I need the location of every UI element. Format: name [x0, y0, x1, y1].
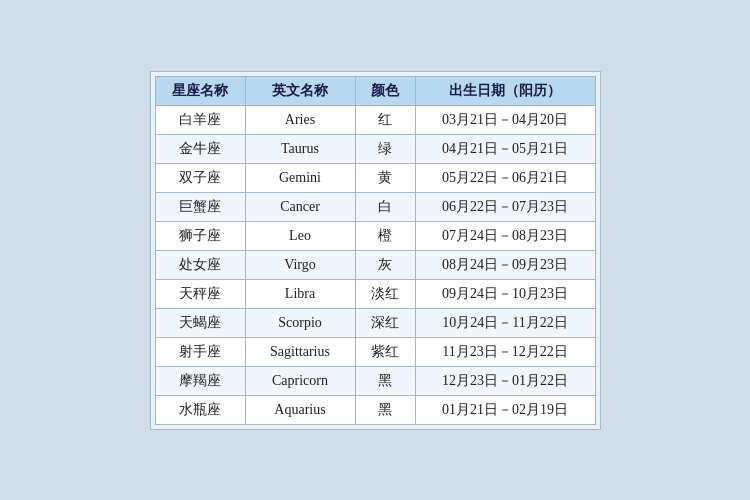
cell-color: 淡红: [355, 279, 415, 308]
table-row: 巨蟹座Cancer白06月22日－07月23日: [155, 192, 595, 221]
header-color: 颜色: [355, 76, 415, 105]
cell-date: 07月24日－08月23日: [415, 221, 595, 250]
table-row: 狮子座Leo橙07月24日－08月23日: [155, 221, 595, 250]
cell-chinese: 双子座: [155, 163, 245, 192]
table-row: 双子座Gemini黄05月22日－06月21日: [155, 163, 595, 192]
cell-english: Capricorn: [245, 366, 355, 395]
cell-color: 黑: [355, 366, 415, 395]
cell-color: 紫红: [355, 337, 415, 366]
cell-chinese: 天秤座: [155, 279, 245, 308]
table-row: 白羊座Aries红03月21日－04月20日: [155, 105, 595, 134]
header-date: 出生日期（阳历）: [415, 76, 595, 105]
cell-english: Libra: [245, 279, 355, 308]
cell-english: Cancer: [245, 192, 355, 221]
cell-chinese: 白羊座: [155, 105, 245, 134]
cell-chinese: 金牛座: [155, 134, 245, 163]
cell-date: 03月21日－04月20日: [415, 105, 595, 134]
table-row: 摩羯座Capricorn黑12月23日－01月22日: [155, 366, 595, 395]
cell-color: 黑: [355, 395, 415, 424]
table-row: 水瓶座Aquarius黑01月21日－02月19日: [155, 395, 595, 424]
cell-english: Virgo: [245, 250, 355, 279]
cell-chinese: 巨蟹座: [155, 192, 245, 221]
cell-date: 10月24日－11月22日: [415, 308, 595, 337]
cell-english: Leo: [245, 221, 355, 250]
cell-date: 06月22日－07月23日: [415, 192, 595, 221]
cell-date: 08月24日－09月23日: [415, 250, 595, 279]
cell-color: 绿: [355, 134, 415, 163]
cell-english: Aries: [245, 105, 355, 134]
cell-color: 灰: [355, 250, 415, 279]
header-english: 英文名称: [245, 76, 355, 105]
cell-chinese: 水瓶座: [155, 395, 245, 424]
cell-date: 04月21日－05月21日: [415, 134, 595, 163]
table-header-row: 星座名称 英文名称 颜色 出生日期（阳历）: [155, 76, 595, 105]
cell-english: Gemini: [245, 163, 355, 192]
table-body: 白羊座Aries红03月21日－04月20日金牛座Taurus绿04月21日－0…: [155, 105, 595, 424]
table-row: 射手座Sagittarius紫红11月23日－12月22日: [155, 337, 595, 366]
cell-chinese: 狮子座: [155, 221, 245, 250]
table-row: 天秤座Libra淡红09月24日－10月23日: [155, 279, 595, 308]
cell-chinese: 射手座: [155, 337, 245, 366]
table-row: 金牛座Taurus绿04月21日－05月21日: [155, 134, 595, 163]
cell-color: 白: [355, 192, 415, 221]
cell-chinese: 摩羯座: [155, 366, 245, 395]
zodiac-table-container: 星座名称 英文名称 颜色 出生日期（阳历） 白羊座Aries红03月21日－04…: [150, 71, 601, 430]
zodiac-table: 星座名称 英文名称 颜色 出生日期（阳历） 白羊座Aries红03月21日－04…: [155, 76, 596, 425]
cell-color: 橙: [355, 221, 415, 250]
cell-english: Sagittarius: [245, 337, 355, 366]
cell-chinese: 处女座: [155, 250, 245, 279]
cell-english: Aquarius: [245, 395, 355, 424]
cell-color: 红: [355, 105, 415, 134]
table-row: 天蝎座Scorpio深红10月24日－11月22日: [155, 308, 595, 337]
cell-date: 05月22日－06月21日: [415, 163, 595, 192]
cell-color: 深红: [355, 308, 415, 337]
header-chinese: 星座名称: [155, 76, 245, 105]
cell-date: 12月23日－01月22日: [415, 366, 595, 395]
cell-english: Scorpio: [245, 308, 355, 337]
cell-chinese: 天蝎座: [155, 308, 245, 337]
cell-date: 09月24日－10月23日: [415, 279, 595, 308]
cell-english: Taurus: [245, 134, 355, 163]
cell-date: 01月21日－02月19日: [415, 395, 595, 424]
cell-date: 11月23日－12月22日: [415, 337, 595, 366]
cell-color: 黄: [355, 163, 415, 192]
table-row: 处女座Virgo灰08月24日－09月23日: [155, 250, 595, 279]
